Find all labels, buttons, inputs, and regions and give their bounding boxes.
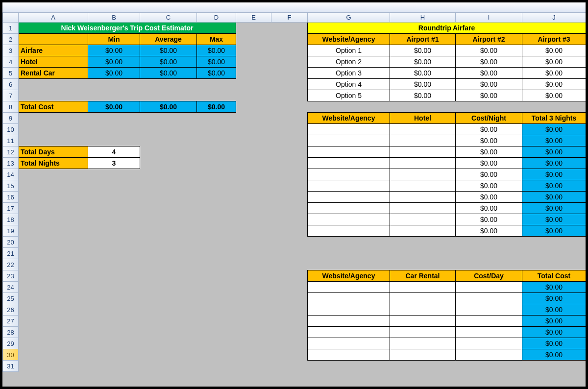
col-header-G[interactable]: G xyxy=(308,13,390,23)
cell-I31[interactable] xyxy=(456,361,522,372)
cell-G27[interactable] xyxy=(308,316,390,327)
cell-C9[interactable] xyxy=(140,113,197,124)
cell-G18[interactable] xyxy=(308,214,390,225)
col-header-C[interactable]: C xyxy=(140,13,197,23)
row-header-6[interactable]: 6 xyxy=(3,79,19,90)
cell-E25[interactable] xyxy=(236,293,271,304)
cell-H15[interactable] xyxy=(390,180,456,192)
cell-I28[interactable] xyxy=(456,327,522,338)
cell-B16[interactable] xyxy=(88,192,140,203)
cell-G3[interactable]: Option 1 xyxy=(308,45,390,56)
cell-I15[interactable]: $0.00 xyxy=(456,180,522,192)
cell-J28[interactable]: $0.00 xyxy=(522,327,586,338)
cell-A9[interactable] xyxy=(19,113,88,124)
cell-B23[interactable] xyxy=(88,270,140,282)
cell-F31[interactable] xyxy=(271,361,308,372)
row-header-29[interactable]: 29 xyxy=(3,338,19,349)
cell-D6[interactable] xyxy=(197,79,236,90)
cell-G9[interactable]: Website/Agency xyxy=(308,113,390,124)
cell-I30[interactable] xyxy=(456,349,522,361)
cell-A4[interactable]: Hotel xyxy=(19,56,88,68)
cell-F18[interactable] xyxy=(271,214,308,225)
row-header-9[interactable]: 9 xyxy=(3,113,19,124)
cell-G14[interactable] xyxy=(308,169,390,180)
cell-C8[interactable]: $0.00 xyxy=(140,101,197,113)
row-header-25[interactable]: 25 xyxy=(3,293,19,304)
cell-E18[interactable] xyxy=(236,214,271,225)
row-header-18[interactable]: 18 xyxy=(3,214,19,225)
row-header-30[interactable]: 30 xyxy=(3,349,19,361)
cell-A6[interactable] xyxy=(19,79,88,90)
cell-I20[interactable] xyxy=(456,237,522,248)
cell-G7[interactable]: Option 5 xyxy=(308,90,390,101)
cell-D26[interactable] xyxy=(197,304,236,316)
col-header-E[interactable]: E xyxy=(236,13,271,23)
cell-I26[interactable] xyxy=(456,304,522,316)
cell-H29[interactable] xyxy=(390,338,456,349)
cell-D13[interactable] xyxy=(197,158,236,169)
cell-I19[interactable]: $0.00 xyxy=(456,225,522,237)
cell-G6[interactable]: Option 4 xyxy=(308,79,390,90)
cell-D27[interactable] xyxy=(197,316,236,327)
cell-D4[interactable]: $0.00 xyxy=(197,56,236,68)
row-header-19[interactable]: 19 xyxy=(3,225,19,237)
cell-F11[interactable] xyxy=(271,135,308,146)
cell-A15[interactable] xyxy=(19,180,88,192)
cell-J30[interactable]: $0.00 xyxy=(522,349,586,361)
cell-A28[interactable] xyxy=(19,327,88,338)
cell-I4[interactable]: $0.00 xyxy=(456,56,522,68)
row-header-31[interactable]: 31 xyxy=(3,361,19,372)
cell-D28[interactable] xyxy=(197,327,236,338)
cell-A26[interactable] xyxy=(19,304,88,316)
cell-C13[interactable] xyxy=(140,158,197,169)
cell-H13[interactable] xyxy=(390,158,456,169)
cell-G21[interactable] xyxy=(308,248,390,259)
cell-D22[interactable] xyxy=(197,259,236,270)
cell-G1[interactable]: Roundtrip Airfare xyxy=(308,23,586,34)
cell-C15[interactable] xyxy=(140,180,197,192)
cell-B26[interactable] xyxy=(88,304,140,316)
cell-C17[interactable] xyxy=(140,203,197,214)
cell-J23[interactable]: Total Cost xyxy=(522,270,586,282)
col-header-J[interactable]: J xyxy=(522,13,586,23)
cell-H22[interactable] xyxy=(390,259,456,270)
cell-A3[interactable]: Airfare xyxy=(19,45,88,56)
cell-E10[interactable] xyxy=(236,124,271,135)
cell-J8[interactable] xyxy=(522,101,586,113)
cell-E27[interactable] xyxy=(236,316,271,327)
row-header-27[interactable]: 27 xyxy=(3,316,19,327)
cell-I6[interactable]: $0.00 xyxy=(456,79,522,90)
row-header-15[interactable]: 15 xyxy=(3,180,19,192)
row-header-21[interactable]: 21 xyxy=(3,248,19,259)
cell-A12[interactable]: Total Days xyxy=(19,146,88,158)
cell-H28[interactable] xyxy=(390,327,456,338)
cell-C20[interactable] xyxy=(140,237,197,248)
cell-J17[interactable]: $0.00 xyxy=(522,203,586,214)
cell-B29[interactable] xyxy=(88,338,140,349)
cell-J16[interactable]: $0.00 xyxy=(522,192,586,203)
row-header-23[interactable]: 23 xyxy=(3,270,19,282)
cell-B12[interactable]: 4 xyxy=(88,146,140,158)
cell-E16[interactable] xyxy=(236,192,271,203)
row-header-13[interactable]: 13 xyxy=(3,158,19,169)
cell-F21[interactable] xyxy=(271,248,308,259)
cell-A7[interactable] xyxy=(19,90,88,101)
cell-I22[interactable] xyxy=(456,259,522,270)
cell-G23[interactable]: Website/Agency xyxy=(308,270,390,282)
cell-C7[interactable] xyxy=(140,90,197,101)
cell-C5[interactable]: $0.00 xyxy=(140,68,197,79)
cell-H24[interactable] xyxy=(390,282,456,293)
cell-G25[interactable] xyxy=(308,293,390,304)
cell-E24[interactable] xyxy=(236,282,271,293)
cell-J5[interactable]: $0.00 xyxy=(522,68,586,79)
cell-E17[interactable] xyxy=(236,203,271,214)
cell-A31[interactable] xyxy=(19,361,88,372)
cell-E6[interactable] xyxy=(236,79,271,90)
cell-J4[interactable]: $0.00 xyxy=(522,56,586,68)
cell-B2[interactable]: Min xyxy=(88,34,140,45)
cell-E26[interactable] xyxy=(236,304,271,316)
cell-I13[interactable]: $0.00 xyxy=(456,158,522,169)
select-all-corner[interactable] xyxy=(3,13,19,23)
row-header-28[interactable]: 28 xyxy=(3,327,19,338)
cell-G13[interactable] xyxy=(308,158,390,169)
